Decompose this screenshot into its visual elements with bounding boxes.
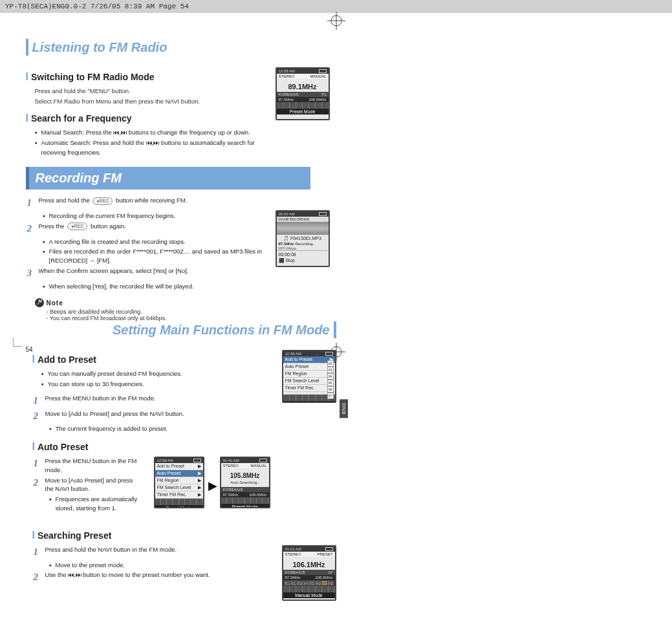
page-title-row: Listening to FM Radio [26,39,330,56]
crop-tick [13,346,22,347]
step-1: 1 Press and hold the ●REC button while r… [27,196,272,210]
bullet-item: You can store up to 30 frequencies. [41,380,278,389]
bullet-item: Automatic Search: Press and hold the ⏮,⏭… [35,138,272,157]
battery-icon [193,459,201,462]
step-1: 1Press the MENU button in the FM mode. [34,457,142,475]
sub-bullet: When selecting [Yes], the recorded file … [43,282,272,291]
section-heading-auto-preset: IAuto Preset [32,441,336,453]
crop-tick [13,338,14,347]
section-heading-add-preset: IAdd to Preset [32,354,278,365]
battery-icon [319,212,327,216]
rec-button-icon: ●REC [92,197,113,205]
bullet-item: You can manually preset desired FM frequ… [41,369,278,378]
prev-track-icon: ⏮ [146,139,152,146]
step-3: 3When the Confirm screen appears, select… [27,266,272,281]
instruction-text: Press and hold the "MENU" button. [35,87,272,96]
device-screenshot-fm: 12:58 AM STEREOMANUAL 89.1MHz KOREA/USP1… [276,67,330,120]
sub-bullet: The current frequency is added to preset… [49,424,278,433]
next-track-icon: ⏭ [76,571,81,578]
sub-bullet: A recording file is created and the reco… [43,237,272,246]
device-screenshot-autosearch: 01:41 AM STEREOMANUAL 105.8MHz Auto Sear… [220,457,270,508]
page-title: Setting Main Functions in FM Mode [113,323,330,338]
sub-bullet: Move to the preset mode. [49,561,278,570]
instruction-text: Select FM Radio from Menu and then press… [35,97,272,106]
device-screenshot-menu-auto: 12:58 AM Add to Preset▶ Auto Preset▶ FM … [154,457,204,508]
device-screenshot-preset: 01:01 AM STEREOPRESET 106.1MHz KOREA/US0… [282,545,336,601]
step-1: 1Press and hold the NAVI button in the F… [34,545,278,559]
prev-track-icon: ⏮ [113,129,119,136]
device-screenshot-menu-add: 12:58 AM Add to Preset▶ Auto Preset▶ FM … [282,350,336,403]
arrow-right-icon: ▶ [208,479,217,493]
sub-bullet: Recording of the current FM frequency be… [43,211,272,221]
page-title-row: Setting Main Functions in FM Mode [32,321,336,338]
rec-button-icon: ●REC [67,222,87,230]
battery-icon [325,547,333,551]
step-2: 2Move to [Auto Preset] and press the NAV… [34,476,142,494]
accent-bar [26,39,28,56]
battery-icon [319,69,327,73]
step-1: 1Press the MENU button in the FM mode. [34,394,278,408]
language-tab: ENG [340,399,348,418]
print-header: YP-T8(SECA)ENG0.0-2 7/26/05 8:39 AM Page… [0,0,672,13]
note-text: - You can record FM broadcast only at 64… [47,315,272,321]
next-track-icon: ⏭ [121,129,127,136]
section-heading-switching: ISwitching to FM Radio Mode [26,71,272,83]
header-text: YP-T8(SECA)ENG0.0-2 7/26/05 8:39 AM Page… [5,3,189,10]
page-spread: Listening to FM Radio ISwitching to FM R… [26,13,647,601]
next-track-icon: ⏭ [153,139,159,146]
step-2: 2 Press the ●REC button again. [27,222,272,236]
section-heading-search: ISearch for a Frequency [26,113,272,124]
sub-bullet: Frequencies are automatically stored, st… [49,495,142,513]
note-heading: Note [35,298,272,307]
bullet-item: Manual Search: Press the ⏮,⏭ buttons to … [35,128,272,138]
step-2: 2 Use the ⏮,⏭ button to move to the pres… [34,570,278,585]
note-icon [35,298,44,307]
battery-icon [259,459,267,462]
note-text: - Beeps are disabled while recording. [47,308,272,315]
section-banner-recording: Recording FM [26,167,310,189]
page-title: Listening to FM Radio [32,40,168,55]
battery-icon [325,352,333,356]
device-screenshot-recording: 00:00 AM ON AIR RECORDING 🎵 F0413001.MP3… [276,210,330,267]
sub-bullet: Files are recorded in the order F****001… [43,247,272,265]
section-heading-searching-preset: ISearching Preset [32,530,336,541]
prev-track-icon: ⏮ [68,571,74,578]
step-2: 2Move to [Add to Preset] and press the N… [34,409,278,424]
page-54: Listening to FM Radio ISwitching to FM R… [26,39,330,321]
accent-bar [334,321,336,338]
page-55: Setting Main Functions in FM Mode ENG IA… [32,321,336,600]
